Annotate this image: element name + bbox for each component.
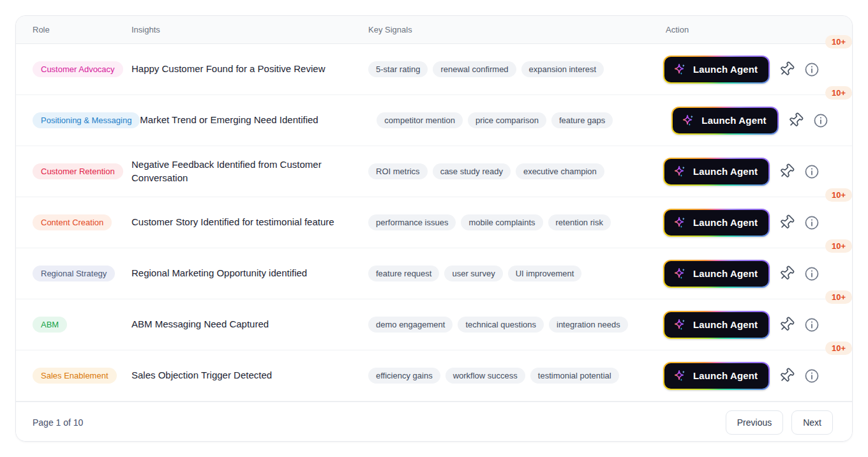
page-indicator: Page 1 of 10 <box>33 417 83 428</box>
launch-agent-label: Launch Agent <box>693 268 758 279</box>
table-header-row: Role Insights Key Signals Action <box>16 16 852 44</box>
signal-tag: demo engagement <box>368 317 453 333</box>
info-button[interactable] <box>804 317 820 333</box>
info-button[interactable] <box>804 163 820 180</box>
sparkles-icon <box>673 267 687 281</box>
insight-text: Market Trend or Emerging Need Identified <box>140 114 351 126</box>
count-badge: 10+ <box>825 35 852 49</box>
signal-tag: UI improvement <box>508 266 582 281</box>
insight-text: Negative Feedback Identified from Custom… <box>131 158 343 184</box>
pagination-footer: Page 1 of 10 Previous Next <box>16 401 852 442</box>
count-badge: 10+ <box>825 188 852 202</box>
insight-text: Happy Customer Found for a Positive Revi… <box>131 63 343 75</box>
info-button[interactable] <box>804 61 820 78</box>
role-badge: ABM <box>33 317 67 333</box>
role-badge: Regional Strategy <box>33 266 115 281</box>
pin-button[interactable] <box>779 214 795 230</box>
column-header-action: Action <box>663 25 852 34</box>
launch-agent-label: Launch Agent <box>693 370 758 381</box>
info-icon <box>804 368 820 384</box>
info-icon <box>804 266 820 282</box>
info-button[interactable] <box>804 266 820 282</box>
sparkles-icon <box>673 318 687 332</box>
signal-tag: testimonial potential <box>530 368 619 384</box>
insights-table-card: Role Insights Key Signals Action Custome… <box>15 15 853 442</box>
role-badge: Customer Retention <box>33 163 123 179</box>
column-header-key-signals: Key Signals <box>368 25 663 34</box>
signal-tag: efficiency gains <box>368 368 440 384</box>
info-button[interactable] <box>804 214 820 231</box>
signals-list: ROI metricscase study readyexecutive cha… <box>368 163 663 179</box>
pin-button[interactable] <box>779 61 795 77</box>
count-badge: 10+ <box>825 86 852 100</box>
launch-agent-label: Launch Agent <box>701 115 766 126</box>
launch-agent-button[interactable]: Launch Agent <box>663 158 770 186</box>
pin-button[interactable] <box>779 163 795 179</box>
column-header-insights: Insights <box>131 25 368 34</box>
signal-tag: performance issues <box>368 214 456 230</box>
previous-button[interactable]: Previous <box>726 410 783 435</box>
sparkles-icon <box>673 63 687 77</box>
pin-icon <box>779 317 795 333</box>
pin-icon <box>779 214 795 230</box>
pin-icon <box>779 163 795 179</box>
table-row: Customer Retention Negative Feedback Ide… <box>16 146 852 197</box>
table-row: Regional Strategy Regional Marketing Opp… <box>16 248 852 299</box>
column-header-role: Role <box>16 25 131 34</box>
sparkles-icon <box>673 216 687 230</box>
signal-tag: mobile complaints <box>461 214 542 230</box>
count-badge: 10+ <box>825 290 852 304</box>
signal-tag: competitor mention <box>377 112 463 128</box>
info-icon <box>804 61 820 78</box>
signals-list: efficiency gainsworkflow successtestimon… <box>368 368 663 384</box>
table-row: Customer Advocacy Happy Customer Found f… <box>16 44 852 95</box>
insight-text: Regional Marketing Opportunity identifie… <box>131 267 343 280</box>
count-badge: 10+ <box>825 239 852 253</box>
signal-tag: expansion interest <box>521 61 604 77</box>
pin-icon <box>779 368 795 384</box>
signal-tag: executive champion <box>516 163 604 179</box>
signals-list: feature requestuser surveyUI improvement <box>368 266 663 281</box>
launch-agent-button[interactable]: Launch Agent <box>663 56 770 84</box>
pin-button[interactable] <box>779 368 795 384</box>
info-button[interactable] <box>812 112 829 129</box>
pin-button[interactable] <box>779 266 795 281</box>
table-row: Content Creation Customer Story Identifi… <box>16 197 852 248</box>
signals-list: demo engagementtechnical questionsintegr… <box>368 317 663 333</box>
signals-list: 5-star ratingrenewal confirmedexpansion … <box>368 61 663 77</box>
info-button[interactable] <box>804 368 820 384</box>
role-badge: Positioning & Messaging <box>33 112 140 128</box>
count-badge: 10+ <box>825 341 852 355</box>
info-icon <box>804 163 820 180</box>
launch-agent-button[interactable]: Launch Agent <box>663 260 770 288</box>
launch-agent-button[interactable]: Launch Agent <box>671 107 778 135</box>
pin-button[interactable] <box>788 112 804 128</box>
info-icon <box>804 214 820 231</box>
table-row: Sales Enablement Sales Objection Trigger… <box>16 350 852 401</box>
launch-agent-label: Launch Agent <box>693 64 758 75</box>
launch-agent-label: Launch Agent <box>693 166 758 177</box>
signal-tag: renewal confirmed <box>433 61 516 77</box>
signal-tag: 5-star rating <box>368 61 428 77</box>
insight-text: Sales Objection Trigger Detected <box>131 369 343 382</box>
table-body: Customer Advocacy Happy Customer Found f… <box>16 44 852 401</box>
signal-tag: feature gaps <box>551 112 613 128</box>
pin-icon <box>779 61 795 77</box>
table-row: ABM ABM Messaging Need Captured demo eng… <box>16 299 852 350</box>
info-icon <box>812 112 829 129</box>
insight-text: Customer Story Identified for testimonia… <box>131 216 343 228</box>
launch-agent-label: Launch Agent <box>693 217 758 228</box>
signals-list: performance issuesmobile complaintsreten… <box>368 214 663 230</box>
pin-button[interactable] <box>779 317 795 333</box>
launch-agent-button[interactable]: Launch Agent <box>663 311 770 339</box>
signal-tag: technical questions <box>458 317 544 333</box>
table-row: Positioning & Messaging Market Trend or … <box>16 95 852 146</box>
signal-tag: price comparison <box>468 112 546 128</box>
role-badge: Customer Advocacy <box>33 61 123 77</box>
signal-tag: ROI metrics <box>368 163 428 179</box>
sparkles-icon <box>681 114 695 128</box>
role-badge: Content Creation <box>33 214 112 230</box>
launch-agent-button[interactable]: Launch Agent <box>663 362 770 390</box>
launch-agent-button[interactable]: Launch Agent <box>663 209 770 237</box>
next-button[interactable]: Next <box>791 410 833 435</box>
